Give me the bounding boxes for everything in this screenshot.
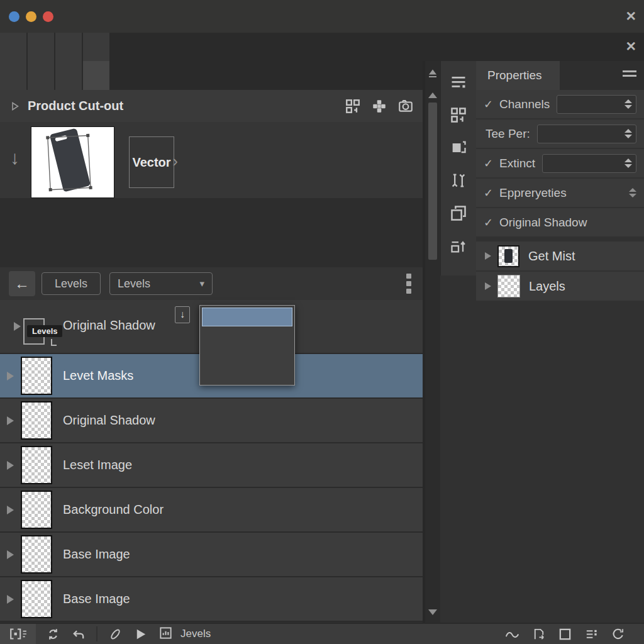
property-field[interactable]: ✓ Channels [476, 90, 644, 118]
tab[interactable] [0, 33, 26, 61]
panel-menu-icon[interactable] [623, 70, 636, 79]
crop-frame-icon[interactable] [450, 139, 467, 157]
document-tab-bar [0, 33, 644, 61]
property-field[interactable]: Tee Per: [476, 119, 644, 148]
layer-thumbnail [21, 446, 52, 484]
curve-icon[interactable] [505, 627, 519, 641]
tab[interactable] [0, 61, 26, 90]
node-tree-icon[interactable] [450, 172, 467, 189]
qr-grid-icon[interactable] [345, 98, 361, 114]
blend-mode-option[interactable] [202, 326, 292, 345]
property-field[interactable]: ✓ Original Shadow [476, 208, 644, 236]
tool-strip [440, 61, 476, 275]
tab-properties[interactable]: Properties [476, 61, 560, 90]
close-icon[interactable]: ✕ [625, 9, 636, 24]
layer-list-icon[interactable] [450, 74, 467, 91]
tab[interactable] [55, 33, 82, 61]
detail-list-icon[interactable] [584, 627, 599, 641]
statusbar-tool[interactable]: Jevels [158, 626, 211, 643]
layer-name: Levet Masks [63, 369, 133, 383]
expand-triangle-icon[interactable] [14, 322, 21, 331]
product-panel-header[interactable]: Product Cut-out [0, 90, 425, 123]
vertical-scrollbar[interactable] [425, 61, 440, 623]
spinner-icon[interactable] [629, 188, 636, 197]
tab[interactable] [28, 61, 54, 90]
qr-grid-icon[interactable] [450, 106, 467, 124]
copy-frames-icon[interactable] [450, 204, 467, 222]
tab[interactable] [28, 33, 54, 61]
expand-triangle-icon[interactable] [7, 461, 14, 470]
levels-dropdown[interactable]: Levels ▾ [109, 272, 213, 295]
property-select[interactable] [537, 125, 636, 143]
plus-cluster-icon[interactable] [371, 98, 387, 114]
properties-layer-row[interactable]: Layels [476, 272, 644, 301]
expand-triangle-icon[interactable] [7, 372, 14, 380]
levels-button[interactable]: Levels [42, 272, 101, 295]
property-select[interactable] [542, 154, 636, 173]
phone-image [31, 127, 113, 196]
property-field[interactable]: ✓ Eppreryeties [476, 179, 644, 207]
blend-mode-option[interactable] [202, 364, 292, 383]
traffic-light-2[interactable] [26, 11, 36, 22]
play-icon[interactable] [133, 627, 148, 641]
layer-thumbnail [21, 491, 52, 529]
properties-layer-row[interactable]: Get Mist [476, 242, 644, 270]
back-button[interactable]: ← [9, 271, 35, 296]
check-icon[interactable]: ✓ [484, 216, 497, 230]
vector-node[interactable]: Vector › [129, 136, 174, 188]
layer-shift-icon[interactable] [450, 237, 467, 255]
square-icon[interactable] [558, 627, 572, 641]
traffic-light-3[interactable] [43, 11, 53, 22]
check-icon[interactable]: ✓ [484, 97, 497, 111]
spinner-icon [625, 99, 632, 109]
sync-icon[interactable] [46, 627, 60, 641]
expand-triangle-icon[interactable] [485, 252, 491, 260]
layer-row[interactable]: Leset Image [0, 443, 423, 488]
property-field[interactable]: ✓ Extinct [476, 149, 644, 177]
tab[interactable] [83, 61, 109, 90]
refresh-circle-icon[interactable] [611, 627, 625, 641]
expand-triangle-icon[interactable] [485, 282, 491, 290]
blend-mode-option[interactable] [202, 345, 292, 364]
pen-icon[interactable] [108, 627, 123, 641]
link-corner-mark [51, 339, 57, 346]
layer-name: Background Color [63, 502, 164, 517]
statusbar-selection-segment[interactable] [0, 624, 36, 644]
scroll-down-icon[interactable] [428, 609, 437, 615]
scrollbar-thumb[interactable] [428, 103, 437, 260]
check-icon[interactable]: ✓ [484, 186, 497, 200]
node-output-chevron-icon[interactable]: › [172, 155, 178, 167]
properties-header: Properties [476, 61, 644, 90]
undo-icon[interactable] [71, 627, 86, 641]
close-tab-icon[interactable]: ✕ [625, 39, 636, 54]
down-arrow-icon[interactable]: ↓ [10, 147, 19, 169]
export-doc-icon[interactable] [531, 627, 546, 641]
blend-arrow-button[interactable]: ↓ [175, 306, 190, 323]
tab[interactable] [83, 33, 109, 61]
layer-row[interactable]: Base Image [0, 577, 423, 622]
check-icon[interactable]: ✓ [484, 157, 497, 170]
layer-row[interactable]: Original Shadow [0, 399, 423, 443]
property-select[interactable] [557, 95, 636, 114]
chevron-down-icon: ▾ [200, 278, 205, 289]
camera-icon[interactable] [397, 98, 414, 114]
layer-row[interactable]: Base Image [0, 533, 423, 577]
traffic-light-1[interactable] [9, 11, 19, 22]
panel-header-icons [345, 98, 414, 114]
layer-row[interactable]: Background Color [0, 488, 423, 533]
expand-triangle-icon[interactable] [7, 595, 14, 604]
product-image-thumbnail[interactable] [31, 126, 114, 198]
blend-mode-option[interactable] [202, 308, 292, 326]
expand-triangle-icon[interactable] [11, 102, 19, 111]
layer-name: Get Mist [528, 249, 575, 264]
scroll-up-icon[interactable] [428, 92, 437, 98]
expand-triangle-icon[interactable] [7, 550, 14, 559]
kebab-menu-icon[interactable] [406, 274, 411, 296]
selection-box-icon[interactable] [9, 628, 28, 640]
expand-triangle-icon[interactable] [7, 416, 14, 425]
expand-triangle-icon[interactable] [7, 506, 14, 514]
blend-mode-menu [199, 305, 295, 386]
spinner-icon [625, 129, 632, 138]
tab[interactable] [55, 61, 82, 90]
collapse-panel-icon[interactable] [428, 69, 438, 77]
